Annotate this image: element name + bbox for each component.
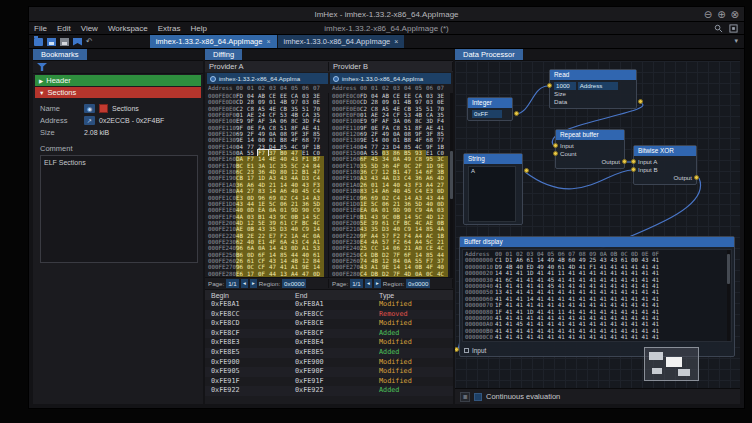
byte-cell[interactable]: A4: [291, 271, 302, 277]
byte-cell[interactable]: 0C: [426, 271, 437, 277]
search-icon[interactable]: [714, 24, 723, 33]
diff-row[interactable]: 0xFE8E50xFE8E5Added: [205, 348, 453, 358]
node-string-title[interactable]: String: [464, 154, 522, 164]
node-buffer-title[interactable]: Buffer display: [460, 237, 734, 247]
byte-cell[interactable]: D2: [382, 271, 393, 277]
buffer-hex-row[interactable]: 000000C041 41 41 41 41 41 41 41 41 41 41…: [465, 334, 729, 340]
read-address-input[interactable]: Address: [578, 82, 618, 90]
address-value[interactable]: 0x2ECCB - 0x2F4BF: [99, 117, 164, 124]
read-size-input[interactable]: 1000: [554, 82, 576, 90]
byte-cell[interactable]: 7F: [393, 271, 404, 277]
doc-tab-1-close-icon[interactable]: ×: [266, 38, 270, 45]
node-pin[interactable]: [631, 159, 636, 164]
byte-cell[interactable]: 0D: [313, 271, 324, 277]
byte-cell[interactable]: 4C: [437, 271, 448, 277]
maximize-button[interactable]: ⊕: [717, 7, 725, 22]
byte-cell[interactable]: C4: [360, 271, 371, 277]
page-prev-button[interactable]: ◂: [365, 279, 372, 288]
doc-tab-1[interactable]: imhex-1.33.2-x86_64.AppImage ×: [150, 35, 277, 48]
hex-scrollbar[interactable]: [450, 93, 453, 277]
byte-cell[interactable]: E6: [236, 271, 247, 277]
menu-view[interactable]: View: [76, 24, 103, 33]
expand-arrow-icon[interactable]: ▼: [39, 90, 44, 96]
bookmark-entry-header[interactable]: ▶ Header: [35, 75, 201, 86]
minimize-button[interactable]: ⊖: [704, 7, 712, 22]
col-end[interactable]: End: [289, 292, 373, 299]
hex-row[interactable]: 000FE280C4DBD27F4D0A0C4C: [332, 271, 452, 277]
node-integer-title[interactable]: Integer: [468, 98, 512, 108]
tab-diffing[interactable]: Diffing: [205, 49, 242, 60]
diff-row[interactable]: 0xFE9220xFE922Added: [205, 386, 453, 396]
diff-row[interactable]: 0xFE8CF0xFE8CFAdded: [205, 329, 453, 339]
diff-row[interactable]: 0xFE8CC0xFE8CCRemoved: [205, 310, 453, 320]
byte-cell[interactable]: 17: [247, 271, 258, 277]
node-repeat-buffer[interactable]: Repeat buffer Input Count Output: [555, 129, 625, 169]
tab-data-processor[interactable]: Data Processor: [455, 49, 523, 60]
integer-value-input[interactable]: 0xFF: [472, 110, 502, 118]
node-pin[interactable]: [514, 111, 519, 116]
page-next-button[interactable]: ▸: [250, 279, 257, 288]
name-value[interactable]: Sections: [112, 105, 139, 112]
node-read-title[interactable]: Read: [550, 70, 636, 80]
node-buffer-display[interactable]: Buffer display Address00 01 02 03 04 05 …: [459, 236, 735, 357]
page-next-button[interactable]: ▸: [374, 279, 381, 288]
node-integer[interactable]: Integer 0xFF: [467, 97, 513, 121]
provider-b-select[interactable]: imhex-1.33.0-x86_64.AppIma: [330, 73, 451, 84]
diff-row[interactable]: 0xFE9000xFE900Modified: [205, 358, 453, 368]
byte-cell[interactable]: 44: [269, 271, 280, 277]
page-value-a[interactable]: 1/1: [226, 279, 239, 288]
comment-textarea[interactable]: ELF Sections: [40, 155, 198, 263]
titlebar[interactable]: ImHex - imhex-1.33.2-x86_64.AppImage ⊖ ⊕…: [29, 7, 744, 22]
bookmark-color-swatch[interactable]: [99, 104, 108, 113]
node-pin[interactable]: [547, 83, 552, 88]
col-type[interactable]: Type: [373, 292, 453, 299]
chevron-down-icon[interactable]: ▾: [734, 37, 738, 45]
menu-extras[interactable]: Extras: [153, 24, 186, 33]
diff-row[interactable]: 0xFE8CD0xFE8CEModified: [205, 319, 453, 329]
byte-cell[interactable]: 13: [280, 271, 291, 277]
region-value-a[interactable]: 0x0000: [282, 279, 306, 288]
byte-cell[interactable]: 47: [302, 271, 313, 277]
fullscreen-icon[interactable]: [729, 24, 738, 33]
node-pin[interactable]: [553, 151, 558, 156]
diff-row[interactable]: 0xFE91F0xFE91FModified: [205, 377, 453, 387]
bookmark-entry-sections[interactable]: ▼ Sections: [35, 87, 201, 98]
hex-row[interactable]: 000FE280E6170F4413A4470D: [208, 271, 328, 277]
menu-edit[interactable]: Edit: [52, 24, 76, 33]
buffer-hex-view[interactable]: Address00 01 02 03 04 05 06 07 08 09 0A …: [462, 249, 732, 342]
filter-icon[interactable]: [37, 63, 47, 71]
byte-cell[interactable]: 0F: [258, 271, 269, 277]
node-bitwise-xor[interactable]: Bitwise XOR Input A Input B Output: [633, 145, 697, 185]
tab-bookmarks[interactable]: Bookmarks: [33, 49, 87, 60]
diff-row[interactable]: 0xFE9050xFE90FModified: [205, 367, 453, 377]
byte-cell[interactable]: DB: [371, 271, 382, 277]
node-pin[interactable]: [553, 143, 558, 148]
doc-tab-2[interactable]: imhex-1.33.0-x86_64.AppImage ×: [278, 35, 405, 48]
region-value-b[interactable]: 0x0000: [406, 279, 430, 288]
page-prev-button[interactable]: ◂: [241, 279, 248, 288]
node-pin[interactable]: [622, 159, 627, 164]
doc-tab-2-close-icon[interactable]: ×: [394, 38, 398, 45]
page-value-b[interactable]: 1/1: [350, 279, 363, 288]
node-read[interactable]: Read 1000 Address Size Data: [549, 69, 637, 109]
lock-icon[interactable]: ◉: [84, 104, 95, 113]
collapse-arrow-icon[interactable]: ▶: [39, 78, 43, 84]
provider-a-select[interactable]: imhex-1.33.2-x86_64.AppIma: [207, 73, 328, 84]
diff-row[interactable]: 0xFE8E30xFE8E4Modified: [205, 338, 453, 348]
provider-b-hex[interactable]: 000FE0C0FD04ABCEEECA033E000FE0D0CD280901…: [329, 93, 453, 277]
continuous-evaluation-checkbox[interactable]: [474, 393, 482, 401]
close-button[interactable]: ⊗: [731, 7, 739, 22]
open-file-icon[interactable]: [34, 38, 43, 46]
menu-file[interactable]: File: [29, 24, 52, 33]
node-pin[interactable]: [455, 347, 459, 352]
node-pin[interactable]: [524, 168, 529, 173]
save-as-icon[interactable]: [60, 38, 69, 46]
evaluation-log-icon[interactable]: ≣: [460, 392, 470, 402]
node-canvas[interactable]: Integer 0xFF Read 1000 Address: [455, 61, 740, 388]
node-string[interactable]: String A: [463, 153, 523, 225]
string-value-input[interactable]: A: [468, 166, 516, 222]
menu-workspace[interactable]: Workspace: [103, 24, 153, 33]
provider-a-hex[interactable]: 000FE0C0FD04ABCEEECA033E000FE0D0CD280901…: [205, 93, 329, 277]
node-pin[interactable]: [694, 175, 699, 180]
node-xor-title[interactable]: Bitwise XOR: [634, 146, 696, 156]
